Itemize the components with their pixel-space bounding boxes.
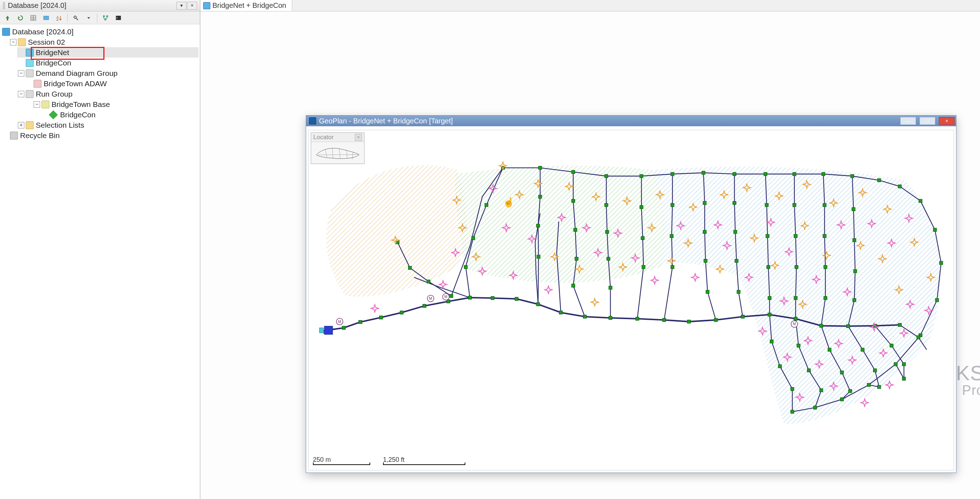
window-minimize-button[interactable]: — — [900, 117, 916, 125]
node-junction[interactable] — [464, 265, 468, 269]
node-junction[interactable] — [641, 237, 644, 240]
node-junction[interactable] — [848, 389, 851, 393]
node-junction[interactable] — [894, 363, 897, 366]
node-junction[interactable] — [765, 203, 768, 207]
node-junction[interactable] — [491, 297, 494, 300]
toolbar-find-icon[interactable] — [71, 13, 81, 22]
node-junction[interactable] — [853, 298, 856, 302]
toolbar-up-icon[interactable] — [3, 13, 12, 22]
toolbar-dropdown-icon[interactable] — [84, 13, 93, 22]
tree-item-bridgecon[interactable]: BridgeCon — [17, 57, 199, 68]
node-customer[interactable] — [861, 399, 869, 406]
node-junction[interactable] — [671, 172, 674, 176]
window-maximize-button[interactable]: □ — [920, 117, 935, 125]
tree-item-bridgenet[interactable]: BridgeNet — [17, 47, 199, 57]
expand-icon[interactable]: + — [18, 122, 24, 129]
node-junction[interactable] — [919, 199, 922, 202]
node-junction[interactable] — [423, 304, 426, 308]
node-junction[interactable] — [574, 228, 577, 232]
panel-close-button[interactable]: × — [187, 2, 197, 10]
tree-item-demand-group[interactable]: − Demand Diagram Group — [17, 68, 199, 78]
node-customer[interactable] — [691, 273, 699, 281]
node-junction[interactable] — [571, 199, 575, 202]
node-junction[interactable] — [539, 195, 542, 198]
node-junction[interactable] — [605, 175, 608, 178]
node-junction[interactable] — [606, 230, 609, 234]
node-junction[interactable] — [575, 257, 578, 261]
node-junction[interactable] — [536, 303, 540, 306]
node-junction[interactable] — [890, 344, 893, 347]
node-junction[interactable] — [822, 172, 825, 176]
node-junction[interactable] — [861, 348, 864, 351]
node-junction[interactable] — [764, 172, 767, 176]
node-junction[interactable] — [898, 323, 901, 327]
tree-item-selection-lists[interactable]: + Selection Lists — [17, 120, 199, 130]
grip-handle[interactable] — [3, 2, 5, 9]
node-junction[interactable] — [791, 410, 794, 413]
tree-item-recycle-bin[interactable]: Recycle Bin — [9, 130, 199, 141]
node-junction[interactable] — [515, 297, 518, 300]
node-junction[interactable] — [703, 230, 706, 234]
node-junction[interactable] — [768, 297, 771, 300]
node-junction[interactable] — [400, 311, 403, 314]
node-junction[interactable] — [733, 172, 736, 176]
node-customer[interactable] — [439, 281, 447, 288]
node-junction[interactable] — [571, 284, 575, 287]
tree-root[interactable]: Database [2024.0] — [2, 27, 199, 37]
node-junction[interactable] — [640, 205, 643, 208]
node-junction[interactable] — [794, 297, 797, 300]
node-junction[interactable] — [671, 265, 674, 269]
node-junction[interactable] — [794, 234, 797, 237]
toolbar-sort-icon[interactable]: AZ — [54, 13, 64, 22]
node-junction[interactable] — [877, 178, 881, 182]
reservoir-node[interactable] — [325, 326, 332, 334]
node-junction[interactable] — [853, 238, 856, 242]
node-junction[interactable] — [559, 311, 562, 314]
node-junction[interactable] — [778, 364, 781, 368]
node-junction[interactable] — [485, 203, 488, 207]
node-junction[interactable] — [537, 255, 540, 258]
tree-item-bridgecon-child[interactable]: BridgeCon — [49, 110, 199, 120]
geoplan-titlebar[interactable]: GeoPlan - BridgeNet + BridgeCon [Target]… — [306, 116, 956, 126]
node-junction[interactable] — [714, 318, 718, 322]
node-junction[interactable] — [898, 185, 901, 188]
node-junction[interactable] — [450, 294, 453, 297]
node-junction[interactable] — [840, 398, 843, 401]
pipe[interactable] — [414, 277, 470, 297]
node-junction[interactable] — [471, 237, 475, 240]
tab-bridgenet-bridgecon[interactable]: BridgeNet + BridgeCon — [200, 0, 292, 11]
geoplan-window[interactable]: GeoPlan - BridgeNet + BridgeCon [Target]… — [306, 115, 956, 473]
toolbar-tree-icon[interactable] — [101, 13, 110, 22]
node-junction[interactable] — [447, 300, 450, 303]
node-junction[interactable] — [468, 296, 471, 299]
node-junction[interactable] — [813, 406, 816, 409]
node-junction[interactable] — [706, 290, 709, 293]
node-junction[interactable] — [902, 363, 905, 366]
tree-item-bridgetown-base[interactable]: − BridgeTown Base — [33, 99, 199, 110]
node-junction[interactable] — [640, 175, 643, 178]
panel-header[interactable]: Database [2024.0] ▾ × — [0, 0, 200, 11]
node-junction[interactable] — [703, 202, 706, 205]
node-junction[interactable] — [846, 324, 850, 327]
node-junction[interactable] — [792, 203, 796, 207]
node-junction[interactable] — [605, 203, 608, 207]
tree-item-run-group[interactable]: − Run Group — [17, 89, 199, 99]
node-junction[interactable] — [636, 317, 639, 320]
node-junction[interactable] — [824, 265, 827, 269]
node-junction[interactable] — [427, 280, 430, 283]
node-junction[interactable] — [768, 313, 771, 316]
node-junction[interactable] — [704, 259, 707, 262]
tree-item-bridgetown-adaw[interactable]: BridgeTown ADAW — [33, 78, 199, 89]
node-junction[interactable] — [794, 317, 797, 320]
collapse-icon[interactable]: − — [10, 39, 16, 45]
node-junction[interactable] — [687, 320, 690, 323]
node-junction[interactable] — [797, 344, 800, 347]
node-junction[interactable] — [539, 166, 542, 170]
geoplan-viewport[interactable]: Locator × — [308, 130, 954, 470]
node-junction[interactable] — [702, 171, 705, 174]
node-hydrant[interactable] — [499, 162, 507, 170]
node-junction[interactable] — [791, 388, 794, 391]
node-junction[interactable] — [342, 326, 345, 329]
node-junction[interactable] — [409, 266, 412, 269]
node-junction[interactable] — [741, 315, 744, 318]
